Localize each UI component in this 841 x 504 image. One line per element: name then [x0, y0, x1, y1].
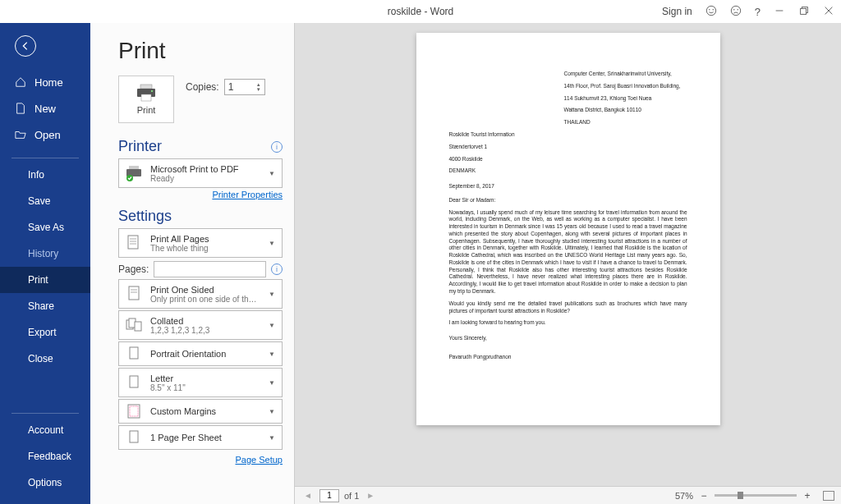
- zoom-in-button[interactable]: +: [802, 490, 813, 502]
- one-sided-icon: [124, 284, 144, 304]
- prev-page-button[interactable]: ◄: [301, 491, 315, 500]
- close-icon[interactable]: [823, 5, 834, 19]
- help-icon[interactable]: ?: [755, 6, 761, 18]
- nav-feedback[interactable]: Feedback: [0, 443, 90, 470]
- back-button[interactable]: [0, 23, 90, 69]
- nav-account[interactable]: Account: [0, 417, 90, 443]
- nav-close[interactable]: Close: [0, 346, 90, 372]
- svg-rect-18: [128, 236, 138, 249]
- printer-status: Ready: [150, 174, 260, 183]
- one-page-icon: [124, 428, 144, 447]
- print-range-select[interactable]: Print All Pages The whole thing ▼: [118, 228, 283, 258]
- signin-link[interactable]: Sign in: [662, 6, 692, 17]
- copies-input[interactable]: 1 ▲▼: [224, 79, 265, 95]
- nav-saveas[interactable]: Save As: [0, 214, 90, 241]
- dropdown-subtitle: 8.5" x 11": [150, 383, 260, 392]
- printer-properties-link[interactable]: Printer Properties: [118, 190, 283, 199]
- nav-label: New: [34, 103, 56, 115]
- svg-rect-16: [129, 166, 139, 169]
- svg-point-2: [712, 8, 713, 9]
- svg-rect-32: [130, 431, 138, 442]
- copies-value: 1: [228, 81, 234, 93]
- nav-options[interactable]: Options: [0, 470, 90, 496]
- svg-rect-22: [129, 286, 139, 300]
- page-setup-link[interactable]: Page Setup: [118, 455, 283, 465]
- nav-label: Print: [28, 274, 48, 286]
- svg-point-3: [731, 6, 740, 15]
- svg-rect-8: [801, 8, 807, 14]
- next-page-button[interactable]: ►: [364, 491, 377, 500]
- printer-select[interactable]: Microsoft Print to PDF Ready ▼: [118, 158, 283, 188]
- nav-label: History: [28, 248, 58, 259]
- nav-open[interactable]: Open: [0, 121, 90, 148]
- nav-save[interactable]: Save: [0, 188, 90, 214]
- nav-history[interactable]: History: [0, 241, 90, 267]
- printer-ready-icon: [124, 163, 144, 183]
- zoom-out-button[interactable]: −: [698, 490, 710, 502]
- pages-label: Pages:: [118, 263, 149, 275]
- settings-section-heading: Settings: [118, 208, 172, 225]
- chevron-down-icon: ▼: [267, 351, 277, 358]
- margins-icon: [124, 401, 144, 421]
- print-button[interactable]: Print: [118, 76, 174, 123]
- preview-page: Computer Center, Srinakharinwirot Univer…: [416, 33, 720, 425]
- letter-body: Would you kindly send me the detailed tr…: [449, 300, 687, 315]
- svg-rect-11: [140, 85, 152, 89]
- info-icon[interactable]: i: [271, 263, 283, 275]
- sender-line: 14th Floor, Prof. Saroj Buasri Innovatio…: [564, 83, 687, 90]
- nav-export[interactable]: Export: [0, 319, 90, 346]
- sender-line: Computer Center, Srinakharinwirot Univer…: [564, 71, 687, 78]
- dropdown-title: 1 Page Per Sheet: [150, 433, 260, 442]
- dropdown-subtitle: Only print on one side of th…: [150, 295, 260, 304]
- fit-to-window-button[interactable]: [823, 491, 834, 501]
- page-count: of 1: [344, 491, 359, 501]
- titlebar: roskilde - Word Sign in ?: [0, 0, 841, 23]
- collate-select[interactable]: Collated 1,2,3 1,2,3 1,2,3 ▼: [118, 310, 283, 340]
- face-sad-icon[interactable]: [730, 5, 742, 19]
- print-button-label: Print: [137, 105, 156, 115]
- pages-per-sheet-select[interactable]: 1 Page Per Sheet ▼: [118, 425, 283, 450]
- minimize-icon[interactable]: [774, 5, 785, 19]
- printer-icon: [136, 84, 157, 102]
- paper-size-select[interactable]: Letter 8.5" x 11" ▼: [118, 368, 283, 397]
- letter-signature: Pavarudh Pongprudhanon: [449, 354, 687, 361]
- dropdown-title: Letter: [150, 373, 260, 383]
- nav-label: Save As: [28, 222, 64, 233]
- nav-home[interactable]: Home: [0, 69, 90, 95]
- back-arrow-icon: [15, 35, 36, 57]
- nav-print[interactable]: Print: [0, 267, 90, 293]
- collated-icon: [124, 315, 144, 335]
- dropdown-title: Collated: [150, 316, 260, 326]
- nav-share[interactable]: Share: [0, 293, 90, 319]
- printer-section-heading: Printer: [118, 138, 162, 155]
- info-icon[interactable]: i: [271, 141, 283, 153]
- zoom-slider[interactable]: [715, 494, 797, 497]
- chevron-down-icon: ▼: [267, 291, 277, 298]
- margins-select[interactable]: Custom Margins ▼: [118, 399, 283, 424]
- orientation-select[interactable]: Portrait Orientation ▼: [118, 341, 283, 366]
- print-panel: Print Print Copies: 1 ▲▼ Printer: [90, 23, 294, 504]
- nav-label: Save: [28, 195, 50, 207]
- chevron-down-icon: ▼: [267, 434, 277, 442]
- restore-icon[interactable]: [798, 5, 810, 19]
- nav-info[interactable]: Info: [0, 162, 90, 188]
- svg-rect-28: [130, 347, 138, 359]
- svg-rect-27: [135, 322, 141, 331]
- letter-body: I am looking forward to hearing from you…: [449, 319, 687, 327]
- sides-select[interactable]: Print One Sided Only print on one side o…: [118, 279, 283, 309]
- page-number-input[interactable]: [319, 489, 339, 502]
- chevron-down-icon: ▼: [267, 379, 277, 387]
- face-smile-icon[interactable]: [705, 5, 717, 19]
- file-icon: [15, 103, 26, 114]
- sender-line: 114 Sukhumvit 23, Khlong Toei Nuea: [564, 95, 687, 103]
- svg-rect-29: [130, 376, 138, 387]
- nav-new[interactable]: New: [0, 95, 90, 121]
- svg-rect-13: [141, 94, 151, 101]
- dropdown-subtitle: 1,2,3 1,2,3 1,2,3: [150, 326, 260, 335]
- letter-salutation: Dear Sir or Madam:: [449, 197, 687, 204]
- nav-label: Options: [28, 477, 62, 488]
- pages-input[interactable]: [154, 261, 266, 277]
- letter-closing: Yours Sincerely,: [449, 335, 687, 342]
- spinner-icon[interactable]: ▲▼: [256, 82, 261, 92]
- nav-label: Open: [34, 129, 61, 141]
